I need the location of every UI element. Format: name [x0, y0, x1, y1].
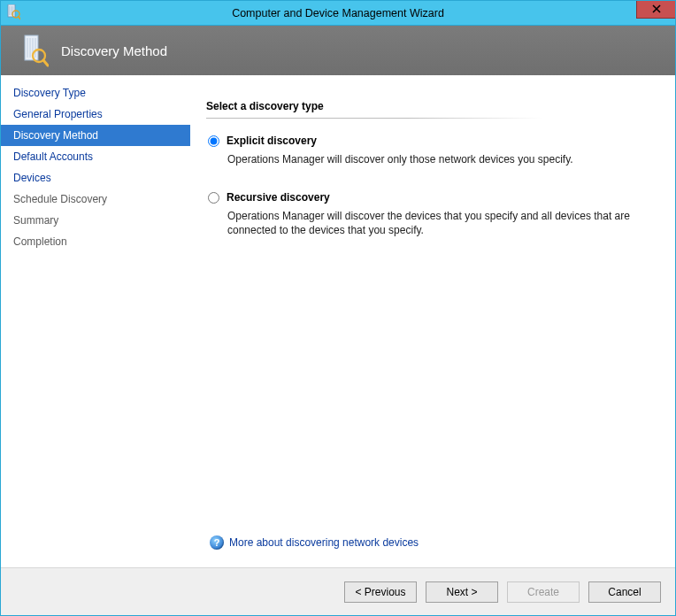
sidebar-item-discovery-type[interactable]: Discovery Type [1, 82, 190, 104]
wizard-content: Select a discovery type Explicit discove… [190, 75, 675, 567]
wizard-header: Discovery Method [1, 26, 675, 75]
discovery-method-icon [22, 34, 49, 67]
sidebar-item-schedule-discovery: Schedule Discovery [1, 189, 190, 210]
wizard-window: Computer and Device Management Wizard [0, 0, 676, 616]
wizard-footer: < Previous Next > Create Cancel [1, 567, 675, 615]
radio-explicit[interactable] [208, 135, 219, 147]
next-button[interactable]: Next > [426, 581, 498, 603]
create-button: Create [507, 581, 580, 603]
sidebar-item-discovery-method[interactable]: Discovery Method [1, 125, 190, 146]
close-button[interactable] [636, 1, 675, 19]
help-link[interactable]: More about discovering network devices [229, 536, 419, 549]
section-divider [206, 118, 542, 119]
sidebar-item-default-accounts[interactable]: Default Accounts [1, 146, 190, 167]
titlebar: Computer and Device Management Wizard [1, 1, 675, 26]
option-explicit-label: Explicit discovery [227, 135, 317, 147]
sidebar-item-summary: Summary [1, 210, 190, 231]
app-icon [6, 4, 20, 20]
option-explicit[interactable]: Explicit discovery [206, 135, 656, 147]
option-recursive-description: Operations Manager will discover the dev… [227, 209, 652, 237]
close-icon [652, 4, 661, 16]
section-title: Select a discovery type [206, 100, 656, 118]
wizard-sidebar: Discovery Type General Properties Discov… [1, 75, 190, 567]
sidebar-item-devices[interactable]: Devices [1, 167, 190, 189]
radio-recursive[interactable] [208, 192, 219, 204]
help-row: ? More about discovering network devices [206, 535, 656, 558]
window-title: Computer and Device Management Wizard [232, 7, 444, 19]
svg-line-15 [43, 60, 48, 65]
wizard-body: Discovery Type General Properties Discov… [1, 75, 675, 567]
wizard-step-title: Discovery Method [61, 43, 167, 58]
sidebar-item-general-properties[interactable]: General Properties [1, 104, 190, 125]
sidebar-item-completion: Completion [1, 231, 190, 252]
cancel-button[interactable]: Cancel [588, 581, 661, 603]
previous-button[interactable]: < Previous [344, 581, 417, 603]
option-recursive[interactable]: Recursive discovery [206, 191, 656, 204]
option-explicit-description: Operations Manager will discover only th… [227, 152, 652, 166]
option-recursive-label: Recursive discovery [227, 191, 330, 204]
svg-rect-9 [25, 35, 38, 60]
help-icon: ? [210, 535, 224, 550]
svg-line-6 [19, 17, 20, 19]
